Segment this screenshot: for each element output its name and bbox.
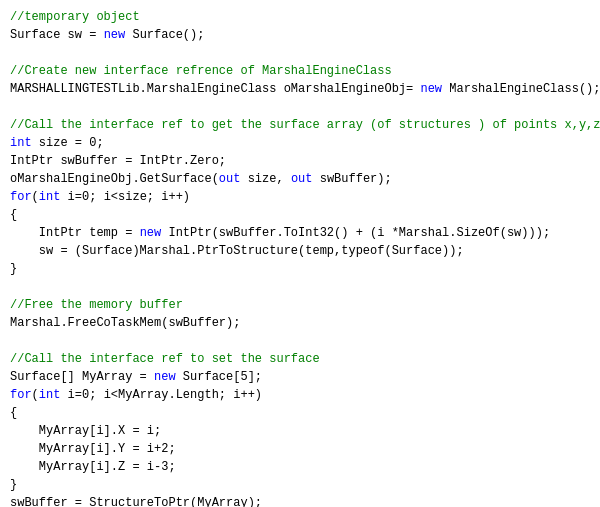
code-line: } xyxy=(10,476,590,494)
code-container: //temporary objectSurface sw = new Surfa… xyxy=(0,0,600,507)
code-line: oMarshalEngineObj.GetSurface(out size, o… xyxy=(10,170,590,188)
code-line xyxy=(10,332,590,350)
code-line: //Call the interface ref to get the surf… xyxy=(10,116,590,134)
code-line: Surface sw = new Surface(); xyxy=(10,26,590,44)
code-block: //temporary objectSurface sw = new Surfa… xyxy=(10,8,590,507)
code-line: MyArray[i].Y = i+2; xyxy=(10,440,590,458)
code-line xyxy=(10,278,590,296)
code-line: } xyxy=(10,260,590,278)
code-line: //Call the interface ref to set the surf… xyxy=(10,350,590,368)
code-line xyxy=(10,98,590,116)
code-line: swBuffer = StructureToPtr(MyArray); xyxy=(10,494,590,507)
code-line: IntPtr swBuffer = IntPtr.Zero; xyxy=(10,152,590,170)
code-line: sw = (Surface)Marshal.PtrToStructure(tem… xyxy=(10,242,590,260)
code-line: int size = 0; xyxy=(10,134,590,152)
code-line: { xyxy=(10,206,590,224)
code-line xyxy=(10,44,590,62)
code-line: MyArray[i].Z = i-3; xyxy=(10,458,590,476)
code-line: IntPtr temp = new IntPtr(swBuffer.ToInt3… xyxy=(10,224,590,242)
code-line: //Free the memory buffer xyxy=(10,296,590,314)
code-line: MARSHALLINGTESTLib.MarshalEngineClass oM… xyxy=(10,80,590,98)
code-line: MyArray[i].X = i; xyxy=(10,422,590,440)
code-line: for(int i=0; i<size; i++) xyxy=(10,188,590,206)
code-line: { xyxy=(10,404,590,422)
code-line: Surface[] MyArray = new Surface[5]; xyxy=(10,368,590,386)
code-line: //Create new interface refrence of Marsh… xyxy=(10,62,590,80)
code-line: Marshal.FreeCoTaskMem(swBuffer); xyxy=(10,314,590,332)
code-line: for(int i=0; i<MyArray.Length; i++) xyxy=(10,386,590,404)
code-line: //temporary object xyxy=(10,8,590,26)
